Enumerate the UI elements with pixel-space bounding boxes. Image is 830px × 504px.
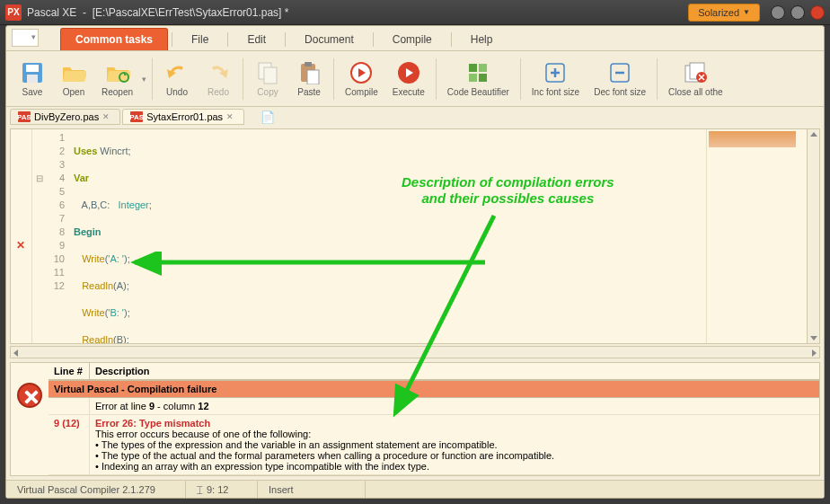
svg-rect-1 — [26, 65, 39, 72]
error-location-row[interactable]: Error at line 9 - column 12 — [49, 398, 819, 415]
new-file-button[interactable]: 📄 — [260, 111, 275, 124]
reopen-chevron[interactable]: ▾ — [140, 75, 148, 84]
gutter-glyph: ✕ — [11, 129, 32, 343]
redo-icon — [206, 60, 231, 85]
menu-common-tasks[interactable]: Common tasks — [60, 28, 168, 50]
window-minimize-button[interactable] — [771, 5, 785, 20]
svg-rect-7 — [305, 62, 312, 66]
error-panel-icon-col — [11, 363, 49, 475]
status-bar: Virtual Pascal Compiler 2.1.279 ⌶9: 12 I… — [6, 480, 824, 498]
close-all-button[interactable]: Close all othe — [661, 58, 730, 99]
paste-icon — [296, 60, 322, 85]
code-editor[interactable]: ✕ 123456789101112 ⊟ Uses Wincrt; Var A,B… — [10, 128, 820, 344]
open-button[interactable]: Open — [53, 58, 94, 99]
execute-button[interactable]: Execute — [385, 58, 432, 99]
file-tab-syntaxerror[interactable]: PAS SytaxError01.pas ✕ — [122, 109, 244, 125]
save-button[interactable]: Save — [12, 58, 53, 99]
plus-icon — [543, 60, 568, 85]
app-frame: Common tasks File Edit Document Compile … — [5, 25, 825, 499]
layout-selector[interactable] — [12, 29, 39, 47]
undo-icon — [164, 60, 190, 85]
error-detail-row[interactable]: 9 (12) Error 26: Type mismatch This erro… — [49, 415, 819, 475]
beautifier-button[interactable]: Code Beautifier — [440, 58, 517, 99]
svg-rect-2 — [27, 75, 38, 83]
theme-selector[interactable]: Solarized▼ — [688, 4, 760, 22]
menu-help[interactable]: Help — [455, 28, 508, 50]
undo-button[interactable]: Undo — [156, 58, 198, 99]
window-close-button[interactable] — [810, 5, 825, 20]
paste-button[interactable]: Paste — [288, 58, 330, 99]
error-circle-icon — [17, 383, 42, 408]
compile-button[interactable]: Compile — [338, 58, 385, 99]
svg-rect-12 — [479, 64, 487, 72]
fold-toggle[interactable]: ⊟ — [34, 172, 45, 185]
close-all-icon — [683, 60, 708, 85]
close-tab-icon[interactable]: ✕ — [226, 112, 236, 122]
save-icon — [20, 60, 45, 85]
menu-bar: Common tasks File Edit Document Compile … — [6, 26, 824, 51]
error-header-row: Line # Description — [49, 363, 819, 380]
status-compiler: Virtual Pascal Compiler 2.1.279 — [6, 481, 186, 498]
svg-rect-13 — [469, 74, 477, 82]
menu-file[interactable]: File — [176, 28, 224, 50]
file-tabs: PAS DivByZero.pas ✕ PAS SytaxError01.pas… — [6, 107, 824, 127]
compilation-failure-row: Virtual Pascal - Compilation failure — [49, 380, 819, 398]
pascal-file-icon: PAS — [18, 111, 31, 122]
open-folder-icon — [61, 60, 86, 85]
window-title: Pascal XE - [E:\PascalXE\ErrTest\SytaxEr… — [27, 6, 688, 19]
copy-icon — [255, 60, 280, 85]
menu-edit[interactable]: Edit — [232, 28, 281, 50]
toolbar-ribbon: Save Open Reopen ▾ Undo Redo Copy Paste … — [6, 51, 824, 107]
redo-button[interactable]: Redo — [198, 58, 239, 99]
copy-button[interactable]: Copy — [247, 58, 288, 99]
minimap[interactable] — [706, 129, 807, 343]
reopen-icon — [105, 60, 130, 85]
horizontal-scrollbar[interactable] — [10, 346, 820, 358]
svg-rect-11 — [469, 64, 477, 72]
error-marker-icon: ✕ — [16, 239, 25, 252]
inc-font-button[interactable]: Inc font size — [525, 58, 587, 99]
compile-icon — [349, 60, 374, 85]
close-tab-icon[interactable]: ✕ — [102, 112, 112, 122]
svg-rect-5 — [264, 67, 277, 84]
file-tab-divbyzero[interactable]: PAS DivByZero.pas ✕ — [10, 109, 120, 125]
window-maximize-button[interactable] — [790, 5, 805, 20]
status-mode: Insert — [258, 481, 366, 498]
menu-compile[interactable]: Compile — [377, 28, 447, 50]
dec-font-button[interactable]: Dec font size — [587, 58, 653, 99]
svg-rect-14 — [479, 74, 487, 82]
svg-rect-8 — [307, 70, 319, 84]
cursor-icon: ⌶ — [197, 484, 203, 495]
menu-document[interactable]: Document — [289, 28, 369, 50]
beautifier-icon — [465, 60, 490, 85]
error-table: Line # Description Virtual Pascal - Comp… — [49, 363, 819, 475]
error-panel: Line # Description Virtual Pascal - Comp… — [10, 362, 820, 476]
reopen-button[interactable]: Reopen — [94, 58, 140, 99]
line-numbers: 123456789101112 — [32, 129, 70, 343]
code-area[interactable]: Uses Wincrt; Var A,B,C: Integer; Begin W… — [70, 129, 706, 343]
app-logo: PX — [5, 4, 22, 21]
window-titlebar: PX Pascal XE - [E:\PascalXE\ErrTest\Syta… — [0, 0, 830, 25]
execute-icon — [396, 60, 421, 85]
pascal-file-icon: PAS — [130, 111, 143, 122]
minus-icon — [607, 60, 632, 85]
vertical-scrollbar[interactable] — [807, 129, 819, 343]
status-position: ⌶9: 12 — [186, 481, 258, 498]
